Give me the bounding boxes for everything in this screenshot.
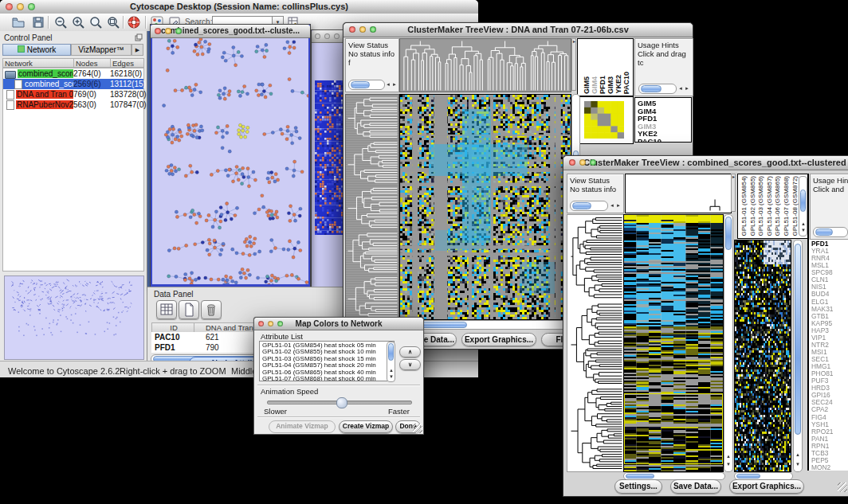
trash-icon[interactable]: [201, 300, 222, 319]
save-icon[interactable]: [31, 15, 45, 29]
resize-grip[interactable]: [838, 483, 847, 492]
zoom-button[interactable]: [277, 321, 283, 326]
overview-canvas[interactable]: [4, 275, 144, 360]
close-button[interactable]: [6, 3, 13, 10]
tv2-hints-scrollbar[interactable]: [813, 227, 848, 237]
new-file-icon[interactable]: [179, 300, 199, 319]
scroll-up-icon[interactable]: ▲: [726, 454, 731, 459]
tv2-vscrollbar[interactable]: ▲ ▼: [724, 214, 733, 472]
tab-network[interactable]: Network: [2, 44, 71, 56]
minimize-button[interactable]: [579, 159, 586, 166]
scroll-left-icon[interactable]: ◄: [386, 82, 391, 87]
scroll-down-icon[interactable]: ▼: [801, 228, 806, 232]
table-icon[interactable]: [156, 300, 177, 319]
tv2-status-scrollbar[interactable]: [570, 201, 608, 211]
attribute-list[interactable]: GPL51-01 (GSM854) heat shock 05 minGPL51…: [259, 341, 395, 381]
resize-grip[interactable]: [413, 424, 422, 433]
close-button[interactable]: [315, 33, 320, 39]
close-button[interactable]: [155, 28, 161, 34]
tv1-gene-labels[interactable]: GIM5GIM4PFD1GIM3YKE2PAC10: [634, 97, 692, 143]
minimize-button[interactable]: [359, 26, 366, 33]
main-titlebar[interactable]: Cytoscape Desktop (Session Name: collins…: [0, 0, 478, 14]
tab-vizmapper[interactable]: VizMapper™: [71, 44, 132, 56]
tv2-gene-labels[interactable]: PFD1YRA1RNR4MSL1SPC98CLN1NIS1BUD4ELG1MAK…: [809, 240, 848, 471]
close-button[interactable]: [349, 26, 355, 33]
slider-thumb[interactable]: [336, 397, 347, 408]
tv1-array-dendrogram[interactable]: [399, 38, 571, 92]
animate-vizmap-button[interactable]: Animate Vizmap: [269, 420, 336, 433]
zoom-fit-icon[interactable]: [106, 15, 120, 29]
attribute-list-scrollbar[interactable]: ▲ ▼: [387, 342, 395, 382]
tv2-save-data-button[interactable]: Save Data...: [670, 479, 721, 494]
network1-canvas[interactable]: [152, 38, 308, 284]
scroll-up-icon[interactable]: ▲: [389, 368, 394, 373]
zoom-selected-icon[interactable]: [88, 15, 103, 29]
tv1-gene-label: PAC10: [635, 138, 691, 143]
open-file-icon[interactable]: [11, 15, 26, 29]
tv1-export-graphics-button[interactable]: Export Graphics...: [461, 333, 536, 346]
tv1-column-label: GIM5: [583, 76, 591, 94]
help-ring-icon[interactable]: [127, 15, 141, 29]
network-row[interactable]: DNA and Tran 07769(0)183728(0): [3, 89, 143, 100]
zoom-button[interactable]: [28, 3, 35, 10]
float-panel-icon[interactable]: [135, 33, 143, 41]
zoom-out-icon[interactable]: [53, 15, 68, 29]
move-down-button[interactable]: ∨: [399, 359, 421, 370]
scroll-right-icon[interactable]: ►: [685, 86, 689, 91]
tv1-column-labels[interactable]: GIM5GIM4PFD1GIM3YKE2PAC10: [577, 38, 634, 96]
zoom-button[interactable]: [590, 159, 596, 166]
minimize-button[interactable]: [268, 321, 273, 326]
zoom-in-icon[interactable]: [71, 15, 85, 29]
tv2-heatmap[interactable]: [623, 214, 724, 472]
col-network[interactable]: Network: [2, 58, 74, 68]
dialog-titlebar[interactable]: Map Colors to Network: [254, 318, 423, 330]
tv2-splitter[interactable]: ►: [731, 174, 736, 212]
tv1-splitter[interactable]: ►: [571, 38, 576, 91]
tv1-gene-dendrogram[interactable]: [345, 94, 399, 320]
zoom-button[interactable]: [175, 28, 182, 34]
close-button[interactable]: [258, 321, 264, 326]
tv2-array-dendrogram[interactable]: [705, 198, 726, 211]
zoom-button[interactable]: [370, 26, 376, 33]
tv2-gene-dendrogram[interactable]: [567, 214, 624, 472]
minimize-button[interactable]: [165, 28, 171, 34]
tv1-usage-hints-text: Click and drag tc: [635, 49, 693, 67]
col-nodes[interactable]: Nodes: [74, 58, 111, 68]
tv1-hscrollbar[interactable]: [399, 320, 571, 330]
tv1-hints-scrollbar[interactable]: [638, 84, 677, 94]
attribute-item[interactable]: GPL51-07 (GSM868) heat shock 60 min: [262, 376, 394, 381]
tv2-global-heatmap[interactable]: [734, 240, 791, 472]
scroll-up-icon[interactable]: ▲: [795, 452, 800, 457]
treeview1-titlebar[interactable]: ClusterMaker TreeView : DNA and Tran 07-…: [344, 23, 693, 37]
tv2-global-vscrollbar[interactable]: ▲ ▼: [793, 240, 803, 472]
network1-titlebar[interactable]: combined_scores_good.txt--cluste...: [151, 25, 310, 38]
scroll-right-icon[interactable]: ►: [616, 203, 621, 208]
treeview2-titlebar[interactable]: ClusterMaker TreeView : combined_scores_…: [563, 156, 848, 170]
scroll-down-icon[interactable]: ▼: [389, 374, 394, 379]
col-edges[interactable]: Edges: [111, 58, 144, 68]
network-row[interactable]: combined_scores2764(0)16218(0): [3, 68, 143, 79]
create-vizmap-button[interactable]: Create Vizmap: [339, 420, 393, 433]
tv1-status-scrollbar[interactable]: [348, 80, 385, 90]
tv1-heatmap[interactable]: [399, 94, 571, 320]
network-row[interactable]: RNAPuberNov2+563(0)107847(0): [3, 100, 143, 110]
close-button[interactable]: [569, 159, 575, 166]
tv2-labels-scrollbar[interactable]: ▲ ▼: [799, 176, 807, 236]
scroll-left-icon[interactable]: ◄: [678, 86, 683, 91]
tv2-export-graphics-button[interactable]: Export Graphics...: [729, 479, 804, 494]
scroll-right-icon[interactable]: ►: [392, 82, 397, 87]
network-row[interactable]: combined_sco2569(6)13112(15): [3, 79, 143, 89]
scroll-left-icon[interactable]: ◄: [610, 203, 614, 208]
scroll-up-icon[interactable]: ▲: [801, 221, 806, 226]
minimize-button[interactable]: [324, 33, 330, 39]
scroll-down-icon[interactable]: ▼: [726, 462, 731, 467]
move-up-button[interactable]: ∧: [399, 346, 421, 357]
tab-overflow-button[interactable]: ▶: [132, 44, 143, 56]
tv1-mini-heatmap[interactable]: [584, 101, 624, 139]
minimize-button[interactable]: [17, 3, 24, 10]
scroll-down-icon[interactable]: ▼: [795, 462, 800, 467]
tv2-settings-button[interactable]: Settings...: [614, 479, 662, 494]
animation-speed-slider[interactable]: [267, 400, 412, 404]
network2-canvas[interactable]: [315, 80, 347, 235]
zoom-button[interactable]: [334, 33, 340, 39]
